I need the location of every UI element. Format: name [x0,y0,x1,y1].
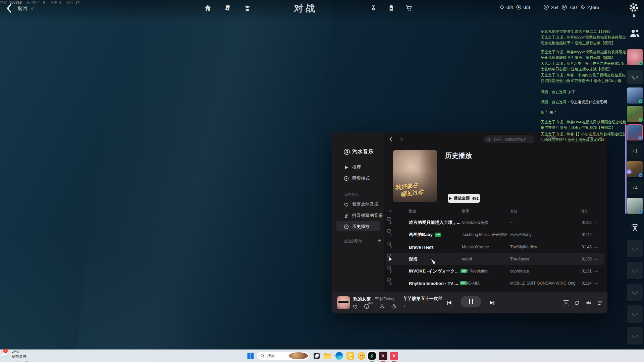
ime-indicator[interactable]: 中 [16,361,20,362]
nav-forward-icon[interactable] [398,136,405,142]
more-options-icon[interactable]: ⋯ [594,281,599,286]
song-album[interactable]: The Abyss [510,257,529,261]
more-options-icon[interactable]: ⋯ [594,220,599,225]
now-playing-thumbnail[interactable] [337,296,350,309]
app-button-yellow[interactable] [357,351,366,360]
song-artist[interactable]: Taisheng Music, 若若胞的... [462,232,507,237]
music-search-input[interactable] [493,137,531,142]
streamer-avatar[interactable] [627,124,643,140]
store-cart-icon[interactable] [405,4,413,12]
weather-widget[interactable]: 3 -7°C 局部多云 [0,350,644,359]
song-artist[interactable]: T.M.Revolution [462,269,488,274]
currency-rp[interactable]: 750 [561,4,577,10]
song-album[interactable]: coordinate [510,269,529,274]
streamer-avatar[interactable] [627,106,643,122]
broadcast-signal-icon[interactable] [630,223,640,232]
offline-tile[interactable] [627,262,643,279]
taskbar-search[interactable]: 搜索 [257,352,310,360]
dislike-icon[interactable] [391,304,396,309]
more-actions-icon[interactable]: ⋮ [402,304,407,309]
task-view-button[interactable] [312,351,321,360]
song-artist[interactable]: VioletZero薇尔 [462,220,488,225]
open-app-indicator [392,361,396,362]
offline-tile[interactable] [627,305,643,323]
next-track-icon[interactable] [489,299,495,306]
more-streams-count[interactable]: +4 [627,181,643,195]
more-streams-count[interactable]: +1 [627,144,643,158]
chat-message: 天选之子出现，恭喜一米四四的秃子投喂超粉扭蛋机获得限定纪念礼物10万亲密卡*1 … [541,72,629,84]
medal-icon[interactable] [370,4,377,12]
song-row[interactable]: 2 画画的BabyVIP Taisheng Music, 若若胞的... 画画的… [386,228,604,241]
song-artist[interactable]: MasakoXtreme [462,245,489,249]
more-options-icon[interactable]: ⋯ [594,256,599,262]
song-artist[interactable]: TWO-MIX [462,281,480,286]
valorant-app-button[interactable]: V [378,351,387,360]
collection-backpack-icon[interactable] [387,4,395,12]
offline-tile[interactable] [627,327,643,345]
soda-music-app-button[interactable] [367,351,376,360]
song-row[interactable]: 1 难言的爱只能埋入土壤，... VioletZero薇尔 – 01:02 ⋯ [386,216,604,229]
sidebar-item-liked[interactable]: 我喜欢的音乐 [344,201,378,207]
song-row[interactable]: 6 Rhythm Emotion - TV ...VIP TWO-MIX MOB… [386,277,604,289]
currency-credits[interactable]: 2,896 [580,4,599,10]
agents-icon[interactable] [244,4,251,12]
previous-track-icon[interactable] [446,299,452,306]
more-options-icon[interactable]: ⋯ [594,244,599,250]
viewers-group-icon[interactable] [629,28,641,40]
settings-gear-icon[interactable] [629,2,639,13]
queue-icon[interactable] [597,300,603,305]
battlepass-card-icon[interactable] [224,4,231,12]
follow-artist-icon[interactable] [380,304,385,309]
volume-icon[interactable] [586,300,591,306]
sidebar-item-history[interactable]: 历史播放 [344,224,370,230]
song-index: 3 [389,245,392,249]
add-playlist-button[interactable]: + [378,237,381,243]
currency-vp[interactable]: 264 [543,4,558,10]
offline-tile[interactable] [627,240,643,257]
more-options-icon[interactable]: ⋯ [594,232,599,237]
song-row[interactable]: 3 Brave Heart MasakoXtreme TheDigiMedley… [386,241,604,253]
song-album[interactable]: MOBILE SUIT GUNDAM WING Original ... [510,281,576,286]
streamer-avatar[interactable] [627,198,643,214]
file-explorer-button[interactable] [323,351,332,360]
pause-button[interactable] [461,296,481,307]
playing-icon [389,257,392,261]
song-album[interactable]: TheDigiMedley [510,245,537,249]
lyrics-icon[interactable]: 词 [563,300,569,306]
valorant-client-button[interactable]: V [389,351,398,360]
song-index: 2 [389,232,392,237]
more-options-icon[interactable]: ⋯ [594,268,599,274]
currency-credits-value: 2,896 [587,5,599,10]
song-title: INVOKE -インヴォーク... [409,268,459,274]
valorant-logo-tile[interactable] [627,70,643,84]
repeat-icon[interactable] [574,300,580,306]
sidebar-item-listen-mode[interactable]: 听歌模式 [344,175,370,181]
comments-button[interactable]: 880 [364,304,374,309]
chat-enter-notice: 影子来了 [541,110,629,115]
streamer-avatar[interactable] [627,49,643,65]
like-icon[interactable] [353,304,358,309]
song-album[interactable]: – [510,220,513,225]
objective-daily[interactable]: 0/4 [499,4,513,10]
song-row[interactable]: 5 INVOKE -インヴォーク...VIP T.M.Revolution co… [386,265,604,277]
edge-browser-button[interactable] [335,351,344,360]
app-button-gold[interactable] [346,351,355,360]
currency-vp-value: 264 [551,5,558,10]
start-button[interactable] [246,351,255,360]
history-cover-art[interactable]: 我好像在 哪见过你 [393,150,437,202]
music-search-box[interactable] [483,135,534,143]
now-playing-marquee: 芊芊龍第五十一次丝 [403,296,442,302]
sidebar-item-recommend[interactable]: 推荐 [344,164,361,170]
song-album[interactable]: 画画的Baby [510,232,531,237]
streamer-avatar[interactable] [627,87,643,104]
home-icon[interactable] [204,4,212,12]
offline-tile[interactable] [627,284,643,301]
song-row-playing[interactable]: 深海 natori The Abyss 01:30 ⋯ [386,253,604,265]
objective-weekly[interactable]: 0/3 [516,4,530,10]
mouse-cursor [430,258,436,267]
play-all-button[interactable]: 播放全部 491 [448,194,480,203]
nav-back-icon[interactable] [388,136,394,142]
sidebar-item-douyin[interactable]: 抖音收藏的音乐 [344,213,383,219]
song-artist[interactable]: natori [462,257,472,261]
back-button[interactable]: 返回 // [5,3,33,13]
